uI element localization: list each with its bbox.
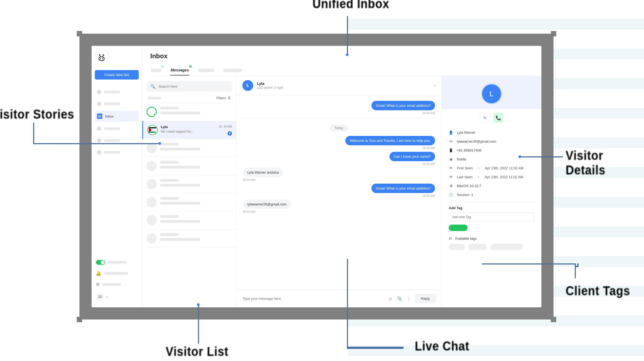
conversation-time: 10: 30 AM	[218, 125, 232, 128]
filters-label: Filters	[217, 96, 226, 100]
tab-messages-label: Messages	[171, 68, 189, 72]
details-avatar: L	[481, 83, 502, 104]
chat-contact-name: Lyla	[257, 81, 430, 86]
notifications-row[interactable]: 🔔	[95, 269, 139, 277]
tag-skeleton	[468, 244, 487, 250]
add-tag-input[interactable]	[449, 213, 534, 221]
settings-row[interactable]: ⚙	[95, 280, 139, 288]
svg-point-6	[102, 58, 103, 59]
visitor-avatar	[147, 107, 157, 117]
filter-skeleton	[148, 97, 161, 99]
email-icon: ✉	[449, 139, 453, 143]
online-toggle[interactable]	[96, 260, 105, 265]
conversation-item[interactable]	[142, 229, 236, 247]
person-icon: 👤	[449, 130, 453, 135]
reply-button[interactable]: Reply	[415, 294, 436, 303]
nav-item-inbox[interactable]: Inbox	[95, 111, 139, 122]
add-tag-title: Add Tag	[449, 206, 534, 210]
chat-composer: ☺ 📎 ⋮ Reply	[236, 290, 441, 307]
message-input[interactable]	[242, 297, 384, 301]
app-frame: Create New Bot Inbox 🔔 ⚙ JD ▾	[79, 34, 554, 319]
chat-last-active: Last active: 2 April	[257, 86, 430, 90]
message-bubble: Great! What is your email address?	[371, 101, 435, 110]
tabs: Messages 02	[150, 65, 533, 76]
conversation-item[interactable]	[142, 103, 236, 121]
chevron-down-icon: ▾	[106, 295, 107, 298]
message-bubble: Lyla Warner andotra	[243, 168, 283, 177]
tab-placeholder[interactable]	[223, 65, 243, 75]
details-os: MacOS 10.15.7	[457, 184, 481, 188]
svg-rect-9	[149, 127, 156, 128]
tag-icon: 🏷	[449, 236, 452, 240]
inbox-icon	[97, 114, 102, 119]
conversation-item[interactable]	[142, 211, 236, 229]
filters-button[interactable]: Filters ☰	[217, 96, 231, 100]
first-seen-value: Apr 13th, 2022 11:02 AM	[485, 166, 524, 170]
details-name: Lyla Warner	[457, 130, 475, 135]
page-title: Inbox	[150, 52, 533, 60]
chat-messages: Great! What is your email address?09:58 …	[236, 95, 441, 290]
search-icon: 🔍	[150, 84, 156, 89]
last-seen-value: Apr 13th, 2022 11:02 AM	[485, 175, 523, 179]
message-time: 09:58 AM	[423, 162, 435, 166]
message-time: 09:58 AM	[243, 210, 255, 213]
message-time: 09:58 AM	[423, 194, 435, 197]
emoji-icon[interactable]: ☺	[388, 296, 393, 301]
conversation-item[interactable]	[142, 193, 236, 211]
conversation-item-selected[interactable]: Lyla Hi! I need support for... 10: 30 AM	[142, 121, 236, 139]
call-button[interactable]: 📞	[493, 113, 503, 123]
nav-item-placeholder[interactable]	[95, 87, 139, 97]
details-location: Noida	[457, 157, 466, 161]
annotation-live-chat: Live Chat	[415, 339, 469, 354]
svg-point-5	[100, 58, 101, 59]
chevron-right-icon[interactable]: ›	[434, 83, 436, 88]
tag-skeleton	[449, 244, 465, 250]
annotation-visitor-list: Visitor List	[166, 345, 228, 359]
details-phone: +91 859917406	[457, 148, 481, 152]
nav-item-placeholder[interactable]	[95, 147, 139, 157]
filter-icon: ☰	[228, 96, 231, 100]
nav-item-placeholder[interactable]	[95, 124, 139, 133]
nav-item-placeholder[interactable]	[95, 99, 139, 109]
more-icon[interactable]: ⋮	[406, 296, 412, 301]
last-seen-label: Last Seen	[457, 175, 473, 179]
app-logo	[95, 51, 108, 64]
edit-button[interactable]: ✎	[480, 113, 490, 123]
message-bubble: lylawarner26@gmail.com	[243, 200, 291, 209]
user-menu[interactable]: JD ▾	[95, 291, 139, 302]
search-input[interactable]	[158, 84, 228, 88]
chat-avatar: L	[242, 80, 253, 91]
online-toggle-row	[95, 258, 139, 266]
tag-skeleton	[490, 244, 523, 250]
message-time: 09:58 AM	[243, 178, 255, 181]
svg-rect-4	[99, 57, 104, 61]
annotation-client-tags: Client Tags	[566, 284, 630, 298]
message-time: 09:58 AM	[423, 146, 435, 150]
annotation-visitor-stories: Visitor Stories	[0, 107, 74, 122]
attachment-icon[interactable]: 📎	[397, 296, 402, 301]
visitor-avatar	[147, 125, 158, 135]
chat-panel: L Lyla Last active: 2 April › Great! Wha…	[236, 76, 442, 307]
search-bar[interactable]: 🔍	[147, 81, 232, 92]
conversation-item[interactable]	[142, 157, 236, 175]
tab-placeholder[interactable]	[150, 65, 162, 75]
details-session: Session: 1	[457, 193, 473, 197]
location-icon: ◉	[449, 157, 453, 161]
nav-label-inbox: Inbox	[105, 114, 114, 118]
tag-pill[interactable]	[449, 225, 468, 231]
create-bot-button[interactable]: Create New Bot	[95, 70, 139, 80]
visitor-list: 🔍 Filters ☰	[142, 76, 236, 307]
message-bubble: Great! What is your email address?	[371, 184, 435, 193]
conversation-item[interactable]	[142, 139, 236, 157]
conversation-preview: Hi! I need support for...	[161, 130, 232, 133]
tab-placeholder[interactable]	[197, 65, 215, 75]
annotation-unified-inbox: Unified Inbox	[312, 0, 389, 11]
available-tags-label: Available tags	[455, 236, 477, 240]
conversation-item[interactable]	[142, 175, 236, 193]
eye-icon: 👁	[449, 166, 453, 170]
message-bubble: Can I know your name?	[389, 152, 435, 161]
tab-messages[interactable]: Messages 02	[170, 65, 189, 75]
message-bubble: Welcome to Tour and Travels. I am here t…	[345, 136, 435, 145]
message-time: 09:58 AM	[423, 111, 435, 115]
chat-header: L Lyla Last active: 2 April ›	[236, 76, 441, 95]
